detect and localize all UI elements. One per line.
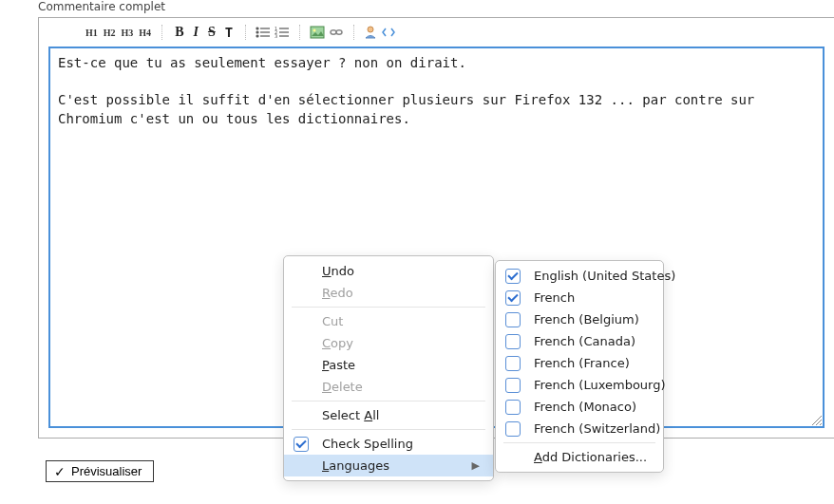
lang-option[interactable]: French (Monaco) <box>496 396 663 418</box>
checkbox-icon <box>505 334 521 349</box>
lang-option[interactable]: French (Canada) <box>496 330 663 352</box>
heading3-button[interactable]: H3 <box>121 26 135 40</box>
svg-point-0 <box>256 28 258 29</box>
list-ul-icon <box>256 26 271 39</box>
menu-languages[interactable]: Languages ▶ <box>284 455 493 476</box>
lang-option[interactable]: French (Switzerland) <box>496 418 663 439</box>
lang-label: French (Canada) <box>534 334 635 348</box>
toolbar: H1 H2 H3 H4 B I S T 123 <box>39 24 834 47</box>
heading2-button[interactable]: H2 <box>103 26 117 40</box>
svg-point-16 <box>368 27 373 32</box>
image-icon <box>310 26 325 39</box>
lang-label: English (United States) <box>534 269 675 283</box>
svg-point-13 <box>313 29 316 32</box>
code-button[interactable] <box>381 26 396 39</box>
section-label: Commentaire complet <box>38 0 165 13</box>
monospace-button[interactable]: T <box>222 26 236 39</box>
languages-submenu: English (United States)FrenchFrench (Bel… <box>495 260 664 473</box>
strike-button[interactable]: S <box>205 26 218 39</box>
lang-option[interactable]: French <box>496 287 663 308</box>
lang-label: French (Switzerland) <box>534 421 660 436</box>
ordered-list-button[interactable]: 123 <box>275 26 290 39</box>
lang-option[interactable]: French (France) <box>496 352 663 374</box>
menu-add-dictionaries[interactable]: Add Dictionaries... <box>496 446 663 468</box>
menu-separator <box>292 429 485 430</box>
italic-button[interactable]: I <box>190 26 200 39</box>
toolbar-separator <box>161 25 162 40</box>
image-button[interactable] <box>310 26 325 39</box>
lang-label: French <box>534 290 575 305</box>
lang-label: French (Luxembourg) <box>534 378 666 392</box>
lang-label: French (Monaco) <box>534 400 636 414</box>
checkbox-icon <box>505 312 521 327</box>
svg-line-19 <box>820 423 822 425</box>
checkbox-icon <box>505 356 521 371</box>
checkbox-icon <box>505 290 521 306</box>
menu-delete: Delete <box>284 376 493 398</box>
bold-button[interactable]: B <box>172 26 186 39</box>
lang-label: French (France) <box>534 356 630 370</box>
svg-point-2 <box>256 31 258 33</box>
preview-label: Prévisualiser <box>71 464 142 478</box>
code-icon <box>381 26 396 39</box>
preview-button[interactable]: ✓ Prévisualiser <box>46 460 154 482</box>
svg-point-4 <box>256 35 258 37</box>
check-icon: ✓ <box>54 465 66 478</box>
lang-option[interactable]: French (Luxembourg) <box>496 374 663 396</box>
heading4-button[interactable]: H4 <box>138 26 152 40</box>
chevron-right-icon: ▶ <box>472 459 480 472</box>
toolbar-separator <box>353 25 354 40</box>
menu-undo[interactable]: Undo <box>284 260 493 282</box>
checkbox-icon <box>505 378 521 393</box>
list-ol-icon: 123 <box>275 26 290 39</box>
toolbar-separator <box>245 25 246 40</box>
user-icon <box>364 26 377 39</box>
menu-paste[interactable]: Paste <box>284 354 493 376</box>
menu-separator <box>292 307 485 308</box>
menu-select-all[interactable]: Select All <box>284 404 493 426</box>
menu-separator <box>503 442 655 443</box>
menu-separator <box>292 401 485 401</box>
menu-redo: Redo <box>284 282 493 304</box>
unordered-list-button[interactable] <box>256 26 271 39</box>
checkbox-icon <box>505 269 521 284</box>
lang-label: French (Belgium) <box>534 312 639 327</box>
context-menu: Undo Redo Cut Copy Paste Delete Select A… <box>283 255 494 481</box>
checkbox-icon <box>294 437 309 452</box>
svg-point-14 <box>331 30 336 34</box>
menu-copy: Copy <box>284 332 493 354</box>
menu-cut: Cut <box>284 310 493 332</box>
link-icon <box>329 26 344 39</box>
svg-text:3: 3 <box>275 33 277 39</box>
svg-rect-12 <box>311 27 324 38</box>
checkbox-icon <box>505 421 521 437</box>
menu-check-spelling[interactable]: Check Spelling <box>284 433 493 455</box>
lang-option[interactable]: English (United States) <box>496 265 663 287</box>
resize-grip-icon[interactable] <box>809 413 823 426</box>
link-button[interactable] <box>329 26 344 39</box>
svg-point-15 <box>336 30 342 34</box>
toolbar-separator <box>299 25 300 40</box>
checkbox-icon <box>505 400 521 415</box>
user-button[interactable] <box>364 26 377 39</box>
heading1-button[interactable]: H1 <box>85 26 99 40</box>
lang-option[interactable]: French (Belgium) <box>496 308 663 330</box>
